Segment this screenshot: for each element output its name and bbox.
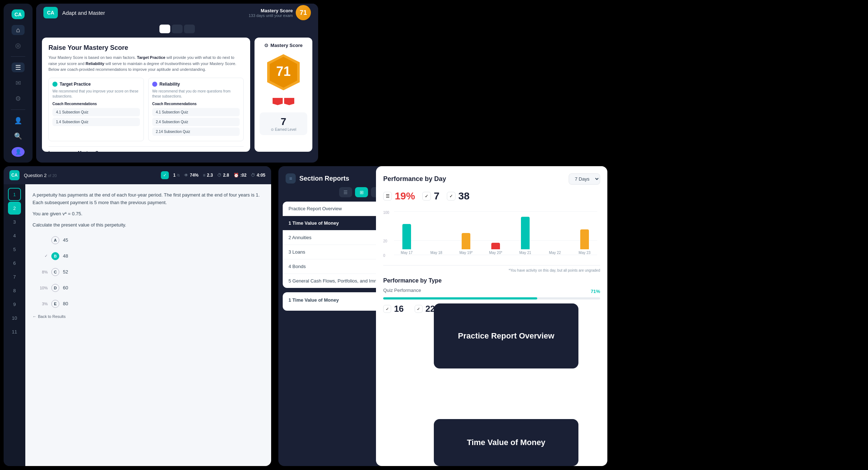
back-to-results[interactable]: ← Back to Results: [33, 314, 264, 319]
sidebar-location-icon[interactable]: ◎: [12, 41, 25, 51]
sidebar-avatar[interactable]: 👤: [12, 147, 25, 157]
sidebar-divider-1: [11, 56, 25, 57]
tvm-title: Time Value of Money: [467, 438, 545, 447]
pro-title: Practice Report Overview: [458, 331, 555, 341]
bar-may23-fill: [580, 229, 589, 249]
reliability-item-3[interactable]: 2.14 Subsection Quiz: [152, 128, 240, 136]
earned-level-box: 7 ⊙ Earned Level: [260, 112, 307, 135]
recommendations: Target Practice We recommend that you im…: [48, 78, 244, 141]
target-icon: [52, 82, 57, 87]
sr-tab-1[interactable]: ☰: [339, 187, 352, 197]
target-item-1[interactable]: 4.1 Subsection Quiz: [52, 108, 140, 116]
sidebar-settings-icon[interactable]: ⚙: [12, 94, 25, 104]
q-num-9[interactable]: 9: [8, 298, 21, 311]
question-sub: of 20: [48, 173, 57, 178]
bar-may21-label: May 21: [519, 251, 531, 255]
raise-title: Raise Your Mastery Score: [48, 44, 244, 52]
sidebar-home-icon[interactable]: ⌂: [12, 25, 25, 35]
q-num-11[interactable]: 11: [8, 325, 21, 338]
bar-may17-label: May 17: [401, 251, 413, 255]
adapt-tab-1[interactable]: [159, 25, 170, 33]
adapt-titlebar: CA Adapt and Master Mastery Score 133 da…: [36, 4, 318, 22]
q-num-6[interactable]: 6: [8, 256, 21, 270]
perf-stat-2: ✓ 7: [422, 190, 440, 202]
stat-time: ⏰:02: [234, 173, 247, 178]
sidebar-user-icon[interactable]: 👤: [12, 116, 25, 125]
question-formula: You are given v⁴ = 0.75.: [33, 211, 264, 216]
bar-may20-fill: [491, 243, 500, 249]
increase-section: Increase your Mastery Score Resume Your …: [48, 146, 244, 152]
answer-A[interactable]: A 45: [33, 233, 264, 247]
quiz-perf-label: Quiz Performance: [383, 288, 421, 293]
bar-may17-fill: [402, 224, 411, 249]
mastery-score-label: Mastery Score: [249, 8, 293, 13]
sidebar-chat-icon[interactable]: ✉: [12, 78, 25, 88]
bar-may19: May 19*: [453, 233, 479, 255]
q-num-4[interactable]: 4: [8, 229, 21, 242]
ribbon-left: [273, 98, 283, 105]
bar-may18-label: May 18: [431, 251, 442, 255]
q-brand: CA: [9, 170, 20, 180]
sidebar-search-icon[interactable]: 🔍: [12, 131, 25, 141]
target-item-2[interactable]: 1.4 Subsection Quiz: [52, 118, 140, 126]
bar-may22-label: May 22: [549, 251, 561, 255]
question-text: A perpetuity has payments at the end of …: [33, 191, 264, 207]
target-practice-desc: We recommend that you improve your score…: [52, 89, 140, 99]
bar-may23: May 23: [572, 229, 597, 255]
sr-tab-2[interactable]: ⊞: [355, 187, 368, 197]
sbc-title: 1 Time Value of Money: [288, 297, 339, 303]
sidebar-logo: CA: [12, 9, 25, 19]
mastery-score-heading: ⊙ Mastery Score: [264, 43, 303, 48]
mastery-hexagon: 71: [264, 52, 303, 92]
mastery-score-icon: ⊙: [264, 43, 268, 48]
reliability-item-1[interactable]: 4.1 Subsection Quiz: [152, 108, 240, 116]
answer-E[interactable]: 3% E 80: [33, 297, 264, 311]
ans-label-A: A: [51, 236, 59, 244]
coach-rec-label-1: Coach Recommendations: [52, 102, 140, 106]
question-window: CA Question 2 of 20 ✓ 1/1 👁74% ≡2.3 ⏱2.8…: [4, 166, 271, 466]
perf-stat-1-value: 19%: [395, 190, 415, 202]
question-label: Question 2 of 20: [24, 173, 57, 178]
q-num-5[interactable]: 5: [8, 243, 21, 256]
earned-level-label: ⊙ Earned Level: [265, 128, 302, 131]
target-practice-label: Target Practice: [60, 82, 91, 87]
bar-may23-label: May 23: [579, 251, 591, 255]
practice-report-overview-window: Practice Report Overview: [434, 303, 578, 368]
reliability-item-2[interactable]: 2.4 Subsection Quiz: [152, 118, 240, 126]
perf-stat-2-value: 7: [434, 190, 440, 202]
q-num-8[interactable]: 8: [8, 284, 21, 297]
time-value-window: Time Value of Money: [434, 419, 578, 466]
sidebar-book-icon[interactable]: ☰: [12, 62, 25, 72]
quiz-pct: 71%: [591, 289, 600, 294]
stat-icon-2: ✓: [422, 192, 431, 200]
stat-eye: 👁74%: [184, 173, 198, 178]
chart-note: *You have activity on this day, but all …: [383, 268, 600, 272]
perf-stat-3-value: 38: [458, 190, 470, 202]
performance-title: Performance by Day: [383, 175, 446, 183]
q-num-3[interactable]: 3: [8, 215, 21, 228]
q-num-10[interactable]: 10: [8, 311, 21, 324]
question-body: 1 2 3 4 5 6 7 8 9 10 11 A perpetuity has…: [4, 184, 271, 466]
quiz-progress-bar-fill: [383, 297, 537, 299]
performance-stats: ☰ 19% ✓ 7 ✓ 38: [383, 190, 600, 202]
q-num-7[interactable]: 7: [8, 270, 21, 283]
reliability-desc: We recommend that you do more questions …: [152, 89, 240, 99]
answer-D[interactable]: 10% D 60: [33, 281, 264, 295]
adapt-tab-3[interactable]: [184, 25, 195, 33]
sr-header-icon: ≡: [286, 173, 296, 184]
raise-desc: Your Mastery Score is based on two main …: [48, 55, 244, 73]
question-main: A perpetuity has payments at the end of …: [25, 184, 271, 466]
mastery-score-sub: 133 days until your exam: [249, 13, 293, 18]
check-badge: ✓: [161, 171, 169, 179]
answer-C[interactable]: 8% C 52: [33, 265, 264, 279]
days-select[interactable]: 7 Days: [569, 173, 600, 185]
bar-may19-fill: [462, 233, 470, 249]
earned-level-icon: ⊙: [271, 128, 274, 131]
q-num-2[interactable]: 2: [8, 202, 21, 215]
q-num-1[interactable]: 1: [8, 188, 21, 201]
question-number-sidebar: 1 2 3 4 5 6 7 8 9 10 11: [4, 184, 25, 466]
adapt-tab-2[interactable]: [172, 25, 183, 33]
increase-title: Increase your Mastery Score: [48, 150, 244, 152]
answer-B[interactable]: ✓ B 48: [33, 249, 264, 263]
mastery-score-number: 71: [276, 64, 291, 79]
